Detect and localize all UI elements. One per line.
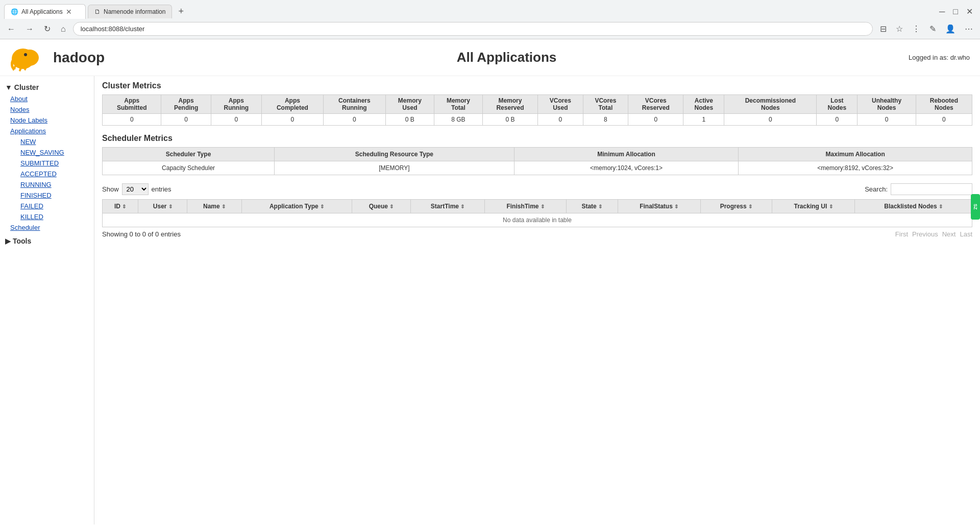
next-page-button[interactable]: Next (942, 230, 956, 238)
metrics-value-3: 0 (262, 114, 324, 126)
address-bar[interactable] (73, 22, 873, 36)
logo-text: hadoop (53, 50, 105, 66)
metrics-header-vcores-used: VCoresUsed (537, 95, 583, 114)
back-button[interactable]: ← (4, 22, 18, 36)
sidebar-cluster-section: ▼ Cluster About Nodes Node Labels Applic… (0, 81, 94, 233)
pagination: Showing 0 to 0 of 0 entries First Previo… (102, 230, 972, 238)
sort-icon-finish-time[interactable]: ⇕ (541, 204, 545, 209)
hadoop-logo-svg (10, 43, 51, 71)
svg-point-3 (24, 53, 27, 56)
refresh-button[interactable]: ↻ (41, 22, 54, 36)
sort-icon-start-time[interactable]: ⇕ (460, 204, 464, 209)
scheduler-value-1: [MEMORY] (275, 161, 514, 175)
sidebar-cluster-toggle[interactable]: ▼ Cluster (0, 81, 94, 93)
scheduler-metrics-table: Scheduler Type Scheduling Resource Type … (102, 147, 972, 175)
sidebar-item-killed[interactable]: KILLED (5, 211, 94, 222)
entries-select[interactable]: 20 50 100 (122, 183, 149, 195)
metrics-header-memory-used: MemoryUsed (385, 95, 434, 114)
sidebar: ▼ Cluster About Nodes Node Labels Applic… (0, 76, 94, 524)
sidebar-item-scheduler[interactable]: Scheduler (0, 222, 94, 233)
sidebar-item-new[interactable]: NEW (5, 136, 94, 147)
showing-text: Showing 0 to 0 of 0 entries (102, 230, 181, 238)
forward-button[interactable]: → (22, 22, 37, 36)
metrics-value-7: 0 B (482, 114, 537, 126)
scheduler-header-max-alloc: Maximum Allocation (739, 148, 972, 161)
sidebar-submenu-applications: NEW NEW_SAVING SUBMITTED ACCEPTED RUNNIN… (0, 136, 94, 222)
col-header-state: State ⇕ (566, 200, 618, 213)
sort-icon-progress[interactable]: ⇕ (748, 204, 752, 209)
sort-icon-final-status[interactable]: ⇕ (674, 204, 678, 209)
scheduler-value-2: <memory:1024, vCores:1> (514, 161, 739, 175)
col-header-id: ID ⇕ (103, 200, 138, 213)
metrics-header-lost-nodes: LostNodes (817, 95, 857, 114)
cluster-arrow-icon: ▼ (5, 83, 12, 91)
search-input[interactable] (891, 183, 972, 195)
tab-namenode[interactable]: 🗋 Namenode information (88, 5, 172, 18)
sidebar-cluster-label: Cluster (14, 83, 39, 91)
sidebar-item-running[interactable]: RUNNING (5, 179, 94, 190)
metrics-value-0: 0 (103, 114, 161, 126)
table-controls: Show 20 50 100 entries Search: (102, 183, 972, 195)
sidebar-item-applications[interactable]: Applications (0, 126, 94, 136)
sidebar-tools-toggle[interactable]: ▶ Tools (0, 235, 94, 247)
sort-icon-id[interactable]: ⇕ (122, 204, 126, 209)
sidebar-item-failed[interactable]: FAILED (5, 201, 94, 211)
metrics-value-11: 1 (683, 114, 724, 126)
content-area: Cluster Metrics AppsSubmitted AppsPendin… (94, 76, 980, 524)
browser-titlebar: 🌐 All Applications ✕ 🗋 Namenode informat… (0, 0, 980, 19)
tab-icon: 🌐 (11, 8, 18, 15)
metrics-header-rebooted-nodes: RebootedNodes (916, 95, 972, 114)
add-tab-button[interactable]: + (174, 4, 188, 19)
metrics-header-apps-running: AppsRunning (211, 95, 261, 114)
sort-icon-blacklisted-nodes[interactable]: ⇕ (939, 204, 943, 209)
sidebar-item-node-labels[interactable]: Node Labels (0, 115, 94, 126)
sidebar-item-new-saving[interactable]: NEW_SAVING (5, 147, 94, 158)
sidebar-item-about[interactable]: About (0, 93, 94, 104)
tab-close-button[interactable]: ✕ (66, 8, 72, 16)
sort-icon-user[interactable]: ⇕ (168, 204, 173, 209)
notification-badge[interactable]: SZ (971, 194, 980, 220)
metrics-value-2: 0 (211, 114, 261, 126)
minimize-button[interactable]: ─ (936, 5, 948, 18)
sidebar-item-nodes[interactable]: Nodes (0, 104, 94, 115)
browser-toolbar: ← → ↻ ⌂ ⊟ ☆ ⋮ ✎ 👤 ⋯ (0, 19, 980, 39)
sort-icon-queue[interactable]: ⇕ (389, 204, 394, 209)
table-no-data-row: No data available in table (103, 213, 972, 227)
col-header-app-type: Application Type ⇕ (241, 200, 352, 213)
extensions-icon[interactable]: ✎ (926, 22, 939, 36)
cluster-metrics-title: Cluster Metrics (102, 81, 972, 90)
sort-icon-app-type[interactable]: ⇕ (320, 204, 324, 209)
last-page-button[interactable]: Last (960, 230, 972, 238)
sort-icon-tracking-ui[interactable]: ⇕ (829, 204, 833, 209)
toolbar-right: ⊟ ☆ ⋮ ✎ 👤 ⋯ (877, 22, 976, 36)
sort-icon-state[interactable]: ⇕ (598, 204, 602, 209)
scheduler-header-min-alloc: Minimum Allocation (514, 148, 739, 161)
sidebar-item-submitted[interactable]: SUBMITTED (5, 158, 94, 169)
menu-icon[interactable]: ⋮ (909, 22, 923, 36)
star-icon[interactable]: ☆ (893, 22, 906, 36)
col-header-name: Name ⇕ (187, 200, 241, 213)
tab-all-applications[interactable]: 🌐 All Applications ✕ (4, 4, 86, 19)
first-page-button[interactable]: First (895, 230, 908, 238)
header-bar: hadoop All Applications Logged in as: dr… (0, 39, 980, 76)
col-header-blacklisted-nodes: Blacklisted Nodes ⇕ (855, 200, 972, 213)
metrics-value-1: 0 (161, 114, 211, 126)
bookmarks-icon[interactable]: ⊟ (877, 22, 890, 36)
close-window-button[interactable]: ✕ (963, 5, 976, 18)
previous-page-button[interactable]: Previous (912, 230, 938, 238)
browser-chrome: 🌐 All Applications ✕ 🗋 Namenode informat… (0, 0, 980, 39)
sort-icon-name[interactable]: ⇕ (222, 204, 226, 209)
home-button[interactable]: ⌂ (58, 22, 69, 36)
no-data-message: No data available in table (103, 213, 972, 227)
maximize-button[interactable]: □ (950, 5, 961, 18)
sidebar-item-accepted[interactable]: ACCEPTED (5, 169, 94, 179)
sidebar-item-finished[interactable]: FINISHED (5, 190, 94, 201)
metrics-value-15: 0 (916, 114, 972, 126)
metrics-value-9: 8 (583, 114, 628, 126)
metrics-header-apps-completed: AppsCompleted (262, 95, 324, 114)
metrics-header-active-nodes: ActiveNodes (683, 95, 724, 114)
profile-icon[interactable]: 👤 (942, 22, 959, 36)
more-icon[interactable]: ⋯ (962, 22, 976, 36)
col-header-final-status: FinalStatus ⇕ (618, 200, 700, 213)
scheduler-header-type: Scheduler Type (103, 148, 275, 161)
